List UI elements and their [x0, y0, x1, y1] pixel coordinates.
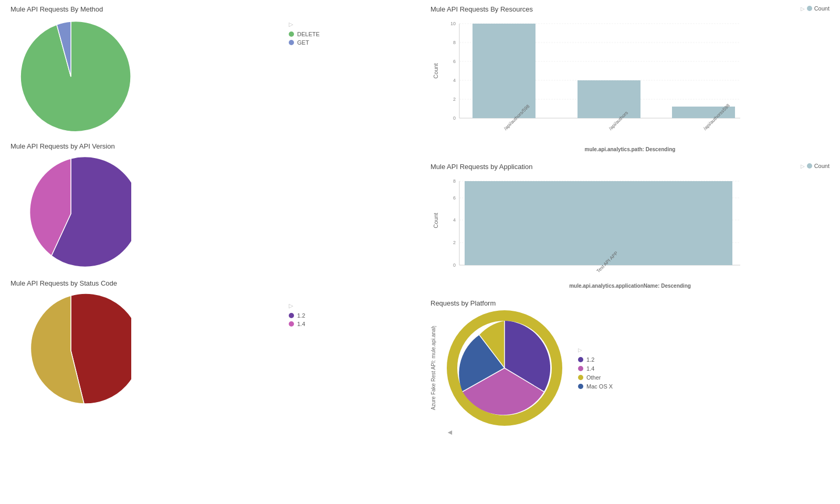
application-chart-section: Mule API Requests by Application ▷ Count…	[430, 163, 830, 289]
platform-chart-area: Azure Fake Rest API: mule.api.analytic..…	[430, 310, 830, 426]
platform-legend-other: Other	[578, 374, 613, 381]
resources-legend-label: Count	[814, 5, 830, 12]
resources-chart-title: Mule API Requests By Resources	[430, 5, 533, 13]
application-chart-footer: mule.api.analytics.applicationName: Desc…	[430, 283, 830, 289]
platform-y-label: Azure Fake Rest API: mule.api.analytic..…	[430, 326, 436, 410]
version-chart-title: Mule API Requests by API Version	[10, 142, 410, 150]
svg-text:8: 8	[453, 40, 456, 45]
platform-donut-svg	[447, 310, 562, 426]
resources-bar-svg: Count 0 2 4 6 8 10	[430, 18, 746, 144]
svg-text:4: 4	[453, 78, 456, 83]
resources-bar-2	[578, 80, 640, 118]
method-delete-dot	[289, 32, 294, 37]
method-legend-container: ▷ DELETE GET	[289, 21, 320, 46]
method-get-dot	[289, 40, 294, 45]
left-column: Mule API Requests By Method ▷ DELETE	[0, 0, 420, 504]
application-bar-1	[465, 181, 732, 265]
method-legend-expand: ▷	[289, 21, 320, 28]
svg-text:4: 4	[453, 217, 456, 223]
platform-legend-macosx: Mac OS X	[578, 383, 613, 390]
method-legend-delete: DELETE	[289, 31, 320, 37]
method-chart-title: Mule API Requests By Method	[10, 5, 410, 13]
platform-macosx-dot	[578, 384, 583, 389]
method-chart-section: Mule API Requests By Method ▷ DELETE	[10, 5, 410, 137]
platform-chart-section: Requests by Platform Azure Fake Rest API…	[430, 299, 830, 436]
status-chart-title: Mule API Requests by Status Code	[10, 279, 410, 287]
status-pie-area: ▷ 200 404	[10, 290, 410, 411]
svg-text:8: 8	[453, 178, 456, 184]
svg-text:Count: Count	[433, 213, 439, 228]
dashboard: Mule API Requests By Method ▷ DELETE	[0, 0, 840, 504]
application-bar-svg: Count 0 2 4 6 8 Test API APP	[430, 176, 746, 281]
application-legend: ▷ Count	[801, 163, 830, 169]
status-chart-section: Mule API Requests by Status Code ▷ 200	[10, 279, 410, 411]
svg-text:2: 2	[453, 97, 456, 102]
version-pie-area: ▷ 1.2 1.4	[10, 153, 410, 274]
method-legend-get: GET	[289, 39, 320, 46]
platform-legend-14: 1.4	[578, 365, 613, 372]
platform-legend-expand: ▷	[578, 347, 613, 353]
svg-text:6: 6	[453, 195, 456, 201]
platform-12-dot	[578, 357, 583, 362]
method-pie-svg	[10, 16, 131, 137]
svg-text:0: 0	[453, 116, 456, 121]
svg-text:Count: Count	[433, 63, 439, 78]
resources-count-dot	[807, 6, 812, 11]
platform-legend-12: 1.2	[578, 356, 613, 363]
platform-prev-arrow[interactable]: ◄	[446, 428, 454, 436]
resources-legend: ▷ Count	[801, 5, 830, 12]
method-pie-area: ▷ DELETE GET	[10, 16, 410, 137]
application-chart-title: Mule API Requests by Application	[430, 163, 532, 171]
platform-14-dot	[578, 366, 583, 371]
svg-text:0: 0	[453, 262, 456, 268]
platform-legend: ▷ 1.2 1.4 Other	[578, 347, 613, 390]
svg-text:2: 2	[453, 240, 456, 245]
version-pie-svg	[10, 153, 131, 274]
platform-chart-title: Requests by Platform	[430, 299, 830, 307]
application-legend-expand: ▷	[801, 163, 805, 169]
svg-text:6: 6	[453, 59, 456, 64]
application-count-dot	[807, 163, 812, 169]
right-column: Mule API Requests By Resources ▷ Count C…	[420, 0, 840, 504]
resources-chart-footer: mule.api.analytics.path: Descending	[430, 146, 830, 152]
platform-scroll-arrows: ◄	[446, 428, 830, 436]
resources-legend-expand: ▷	[801, 6, 805, 12]
status-pie-svg	[10, 290, 131, 411]
application-chart-header: Mule API Requests by Application ▷ Count	[430, 163, 830, 174]
resources-chart-section: Mule API Requests By Resources ▷ Count C…	[430, 5, 830, 152]
resources-chart-header: Mule API Requests By Resources ▷ Count	[430, 5, 830, 16]
platform-other-dot	[578, 375, 583, 380]
version-chart-section: Mule API Requests by API Version ▷ 1.2	[10, 142, 410, 274]
svg-text:10: 10	[450, 21, 456, 26]
application-legend-label: Count	[814, 163, 830, 169]
